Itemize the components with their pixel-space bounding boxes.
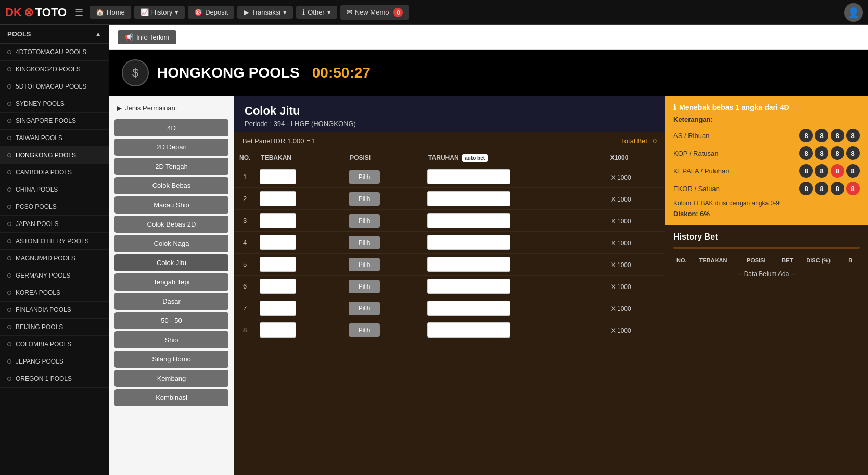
x1000-cell: X 1000 xyxy=(605,166,665,188)
info-diskon: Diskon: 6% xyxy=(673,210,860,218)
tebakan-input[interactable] xyxy=(260,213,296,228)
tebakan-input[interactable] xyxy=(260,279,296,294)
sidebar-item-astonlottery[interactable]: ASTONLOTTERY POOLS xyxy=(0,233,109,250)
nav-other-button[interactable]: ℹ Other ▾ xyxy=(296,6,337,19)
hamburger-icon[interactable]: ☰ xyxy=(75,7,83,18)
sidebar-item-sydney[interactable]: SYDNEY POOLS xyxy=(0,95,109,113)
taruhan-input[interactable] xyxy=(427,322,510,338)
bet-panel: Bet Panel IDR 1.000 = 1 Total Bet : 0 xyxy=(234,132,665,150)
sidebar-item-4dtomacau[interactable]: 4DTOTOMACAU POOLS xyxy=(0,44,109,61)
game-type-btn-shio[interactable]: Shio xyxy=(114,331,228,348)
taruhan-input[interactable] xyxy=(427,257,510,272)
game-type-btn-silang_homo[interactable]: Silang Homo xyxy=(114,351,228,368)
taruhan-input[interactable] xyxy=(427,235,510,250)
sidebar-item-germany[interactable]: GERMANY POOLS xyxy=(0,267,109,284)
deposit-icon: 🎯 xyxy=(194,8,202,16)
pilih-button[interactable]: Pilih xyxy=(349,236,380,249)
sidebar-item-china[interactable]: CHINA POOLS xyxy=(0,181,109,198)
tebakan-input[interactable] xyxy=(260,301,296,316)
game-type-btn-colok_jitu[interactable]: Colok Jitu xyxy=(114,254,228,271)
pilih-button[interactable]: Pilih xyxy=(349,280,380,293)
taruhan-input[interactable] xyxy=(427,191,510,206)
game-type-btn-colok_naga[interactable]: Colok Naga xyxy=(114,235,228,252)
sidebar-item-5dtomacau[interactable]: 5DTOTOMACAU POOLS xyxy=(0,78,109,95)
tebakan-input[interactable] xyxy=(260,257,296,272)
ball-2: 8 xyxy=(831,146,844,160)
sidebar-item-beijing[interactable]: BEIJING POOLS xyxy=(0,319,109,336)
info-terkini-button[interactable]: 📢 Info Terkini xyxy=(118,30,176,44)
game-type-btn-4d[interactable]: 4D xyxy=(114,119,228,136)
sidebar-dot-icon xyxy=(7,308,11,312)
pilih-button[interactable]: Pilih xyxy=(349,192,380,206)
avatar[interactable]: 👤 xyxy=(844,3,863,22)
tebakan-input[interactable] xyxy=(260,191,296,206)
game-type-btn-2d_tengah[interactable]: 2D Tengah xyxy=(114,158,228,175)
sidebar-item-singapore[interactable]: SINGAPORE POOLS xyxy=(0,113,109,130)
game-type-btn-colok_bebas_2d[interactable]: Colok Bebas 2D xyxy=(114,216,228,233)
tebakan-input[interactable] xyxy=(260,322,296,338)
nav-deposit-button[interactable]: 🎯 Deposit xyxy=(188,6,234,19)
sidebar-item-taiwan[interactable]: TAIWAN POOLS xyxy=(0,130,109,147)
pilih-button[interactable]: Pilih xyxy=(349,214,380,228)
x1000-cell: X 1000 xyxy=(605,210,665,232)
pilih-button[interactable]: Pilih xyxy=(349,323,380,337)
game-type-btn-2d_depan[interactable]: 2D Depan xyxy=(114,139,228,156)
tebakan-cell xyxy=(256,276,344,297)
pool-timer: 00:50:27 xyxy=(312,65,371,81)
ball-3: 8 xyxy=(846,129,860,142)
posisi-cell: Pilih xyxy=(344,232,423,254)
taruhan-input[interactable] xyxy=(427,279,510,294)
sidebar-item-magnum4d[interactable]: MAGNUM4D POOLS xyxy=(0,250,109,267)
sidebar-item-label: TAIWAN POOLS xyxy=(16,134,62,142)
taruhan-input[interactable] xyxy=(427,301,510,316)
dollar-icon: $ xyxy=(132,66,138,80)
tebakan-input[interactable] xyxy=(260,169,296,184)
game-panel-header: ▶ Jenis Permainan: xyxy=(109,101,234,117)
ball-1: 8 xyxy=(815,164,828,178)
sidebar-item-colombia[interactable]: COLOMBIA POOLS xyxy=(0,336,109,353)
sidebar-item-kingkong4d[interactable]: KINGKONG4D POOLS xyxy=(0,61,109,78)
tebakan-cell xyxy=(256,166,344,188)
tebakan-input[interactable] xyxy=(260,235,296,250)
game-type-btn-kembang[interactable]: Kembang xyxy=(114,370,228,387)
sidebar-item-hongkong[interactable]: HONGKONG POOLS xyxy=(0,147,109,164)
nav-newmemo-button[interactable]: ✉ New Memo 0 xyxy=(340,5,410,20)
row-number: 3 xyxy=(234,210,256,232)
taruhan-input[interactable] xyxy=(427,213,510,228)
game-type-btn-dasar[interactable]: Dasar xyxy=(114,293,228,310)
history-col-header: NO. xyxy=(673,254,696,267)
sidebar-item-cambodia[interactable]: CAMBODIA POOLS xyxy=(0,164,109,181)
row-number: 7 xyxy=(234,297,256,319)
nav-history-button[interactable]: 📈 History ▾ xyxy=(134,6,185,19)
info-row-label: KEPALA / Puluhan xyxy=(673,167,729,175)
history-icon: 📈 xyxy=(141,8,149,16)
pilih-button[interactable]: Pilih xyxy=(349,170,380,184)
sidebar-item-oregon1[interactable]: OREGON 1 POOLS xyxy=(0,370,109,388)
sidebar-item-pcso[interactable]: PCSO POOLS xyxy=(0,198,109,216)
pilih-button[interactable]: Pilih xyxy=(349,258,380,271)
pilih-button[interactable]: Pilih xyxy=(349,302,380,315)
nav-transaksi-button[interactable]: ▶ Transaksi ▾ xyxy=(237,6,293,19)
sidebar-item-jepang[interactable]: JEPANG POOLS xyxy=(0,353,109,370)
sidebar-dot-icon xyxy=(7,222,11,226)
game-type-btn-macau_shio[interactable]: Macau Shio xyxy=(114,196,228,214)
sidebar-dot-icon xyxy=(7,291,11,295)
game-type-btn-kombinasi[interactable]: Kombinasi xyxy=(114,389,228,406)
game-type-btn-50_50[interactable]: 50 - 50 xyxy=(114,312,228,329)
sidebar-item-label: ASTONLOTTERY POOLS xyxy=(16,238,89,245)
history-col-header: TEBAKAN xyxy=(696,254,744,267)
game-type-btn-colok_bebas[interactable]: Colok Bebas xyxy=(114,177,228,194)
nav-home-button[interactable]: 🏠 Home xyxy=(90,6,131,19)
content-area: 📢 Info Terkini $ HONGKONG POOLS 00:50:27… xyxy=(109,25,868,475)
sidebar-item-label: SINGAPORE POOLS xyxy=(16,117,76,124)
sidebar-item-korea[interactable]: KOREA POOLS xyxy=(0,284,109,302)
taruhan-input[interactable] xyxy=(427,169,510,184)
history-bet: History Bet NO.TEBAKANPOSISIBETDISC (%)B… xyxy=(665,225,868,475)
sidebar-item-japan[interactable]: JAPAN POOLS xyxy=(0,216,109,233)
table-row: 6 Pilih X 1000 xyxy=(234,276,665,297)
ball-2: 8 xyxy=(831,164,844,178)
sidebar-item-finlandia[interactable]: FINLANDIA POOLS xyxy=(0,302,109,319)
x1000-cell: X 1000 xyxy=(605,319,665,341)
sidebar-item-label: COLOMBIA POOLS xyxy=(16,341,71,348)
game-type-btn-tengah_tepi[interactable]: Tengah Tepi xyxy=(114,273,228,291)
